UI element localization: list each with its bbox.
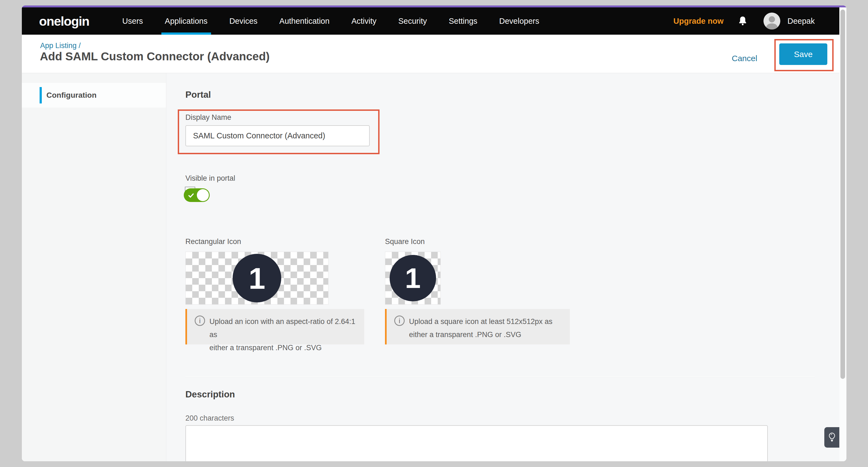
sidebar-item-configuration[interactable]: Configuration [22, 83, 166, 107]
upgrade-now-link[interactable]: Upgrade now [673, 17, 723, 26]
nav-item-activity[interactable]: Activity [348, 7, 380, 35]
nav-right: Upgrade now Deepak [673, 12, 815, 29]
square-icon-hint: i Upload a square icon at least 512x512p… [385, 309, 570, 344]
nav-item-settings[interactable]: Settings [445, 7, 481, 35]
screen: onelogin Users Applications Devices Auth… [0, 0, 868, 467]
hint-line: either a transparent .PNG or .SVG [409, 328, 552, 341]
page: onelogin Users Applications Devices Auth… [22, 7, 839, 461]
nav-item-applications[interactable]: Applications [161, 7, 211, 35]
toggle-knob [197, 189, 209, 201]
display-name-label: Display Name [185, 113, 231, 122]
onelogin-app-icon: 1 [232, 254, 281, 303]
check-icon [188, 192, 195, 199]
browser-top-strip [22, 5, 846, 7]
person-icon [764, 12, 780, 29]
nav-item-devices[interactable]: Devices [226, 7, 261, 35]
rectangular-icon-label: Rectangular Icon [185, 238, 241, 246]
app-window: onelogin Users Applications Devices Auth… [22, 5, 846, 461]
visible-in-portal-toggle[interactable] [184, 188, 210, 202]
lightbulb-icon [828, 432, 836, 443]
visible-in-portal-label: Visible in portal [185, 174, 235, 183]
nav-item-security[interactable]: Security [395, 7, 431, 35]
user-avatar[interactable] [764, 12, 780, 29]
character-count-label: 200 characters [185, 414, 234, 423]
sidebar: Configuration [22, 73, 166, 461]
nav-item-developers[interactable]: Developers [496, 7, 543, 35]
nav-item-authentication[interactable]: Authentication [276, 7, 333, 35]
notifications-bell-icon[interactable] [738, 15, 748, 27]
info-icon: i [195, 315, 205, 326]
hint-line: Upload an icon with an aspect-ratio of 2… [210, 315, 359, 341]
hint-line: either a transparent .PNG or .SVG [210, 341, 359, 354]
save-button[interactable]: Save [779, 43, 827, 65]
description-textarea[interactable] [185, 425, 768, 461]
top-nav: onelogin Users Applications Devices Auth… [22, 7, 839, 35]
scrollbar-track [839, 7, 846, 461]
breadcrumb[interactable]: App Listing / [40, 41, 81, 50]
portal-heading: Portal [185, 90, 211, 100]
sidebar-item-label: Configuration [46, 91, 97, 100]
main-panel: Portal Display Name Visible in portal Re… [166, 73, 839, 461]
onelogin-logo[interactable]: onelogin [39, 14, 89, 29]
info-icon: i [394, 315, 405, 326]
user-name[interactable]: Deepak [787, 17, 815, 26]
onelogin-app-icon: 1 [390, 255, 436, 301]
rectangular-icon-hint: i Upload an icon with an aspect-ratio of… [185, 309, 364, 344]
square-icon-upload[interactable]: 1 [385, 252, 441, 305]
rectangular-icon-upload[interactable]: 1 [185, 252, 329, 305]
cancel-button[interactable]: Cancel [732, 54, 757, 63]
content: Configuration Portal Display Name Visibl… [22, 73, 839, 461]
help-lightbulb-button[interactable] [824, 427, 839, 447]
hint-text: Upload a square icon at least 512x512px … [409, 315, 552, 341]
hint-line: Upload a square icon at least 512x512px … [409, 315, 552, 328]
page-header: App Listing / Add SAML Custom Connector … [22, 35, 839, 73]
description-heading: Description [185, 389, 235, 400]
square-icon-label: Square Icon [385, 238, 425, 246]
section-divider [185, 377, 815, 377]
active-indicator-bar [39, 87, 42, 103]
nav-item-users[interactable]: Users [119, 7, 147, 35]
display-name-input[interactable] [185, 125, 370, 146]
nav-items: Users Applications Devices Authenticatio… [119, 7, 558, 35]
hint-text: Upload an icon with an aspect-ratio of 2… [210, 315, 359, 354]
page-title: Add SAML Custom Connector (Advanced) [40, 50, 270, 63]
scrollbar-thumb[interactable] [840, 9, 845, 379]
